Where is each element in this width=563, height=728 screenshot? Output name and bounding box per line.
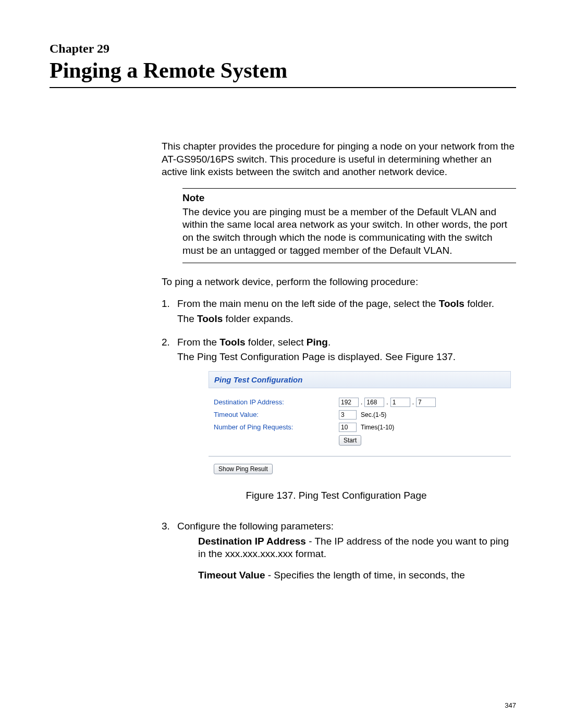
ip-dot: . [412, 399, 414, 407]
label-destination-ip: Destination IP Address: [214, 398, 339, 407]
param-label: Timeout Value [198, 570, 265, 581]
text: folder, select [246, 337, 307, 348]
text: The Ping Test Configuration Page is disp… [177, 351, 516, 364]
step-number: 3. [162, 520, 177, 590]
chapter-title: Pinging a Remote System [50, 58, 516, 83]
ping-config-figure: Ping Test Configuration Destination IP A… [209, 371, 511, 478]
row-show-result: Show Ping Result [209, 462, 511, 478]
row-ping-requests: Number of Ping Requests: Times(1-10) [214, 423, 506, 432]
text: folder. [464, 298, 494, 309]
procedure-intro: To ping a network device, perform the fo… [162, 276, 516, 289]
row-timeout: Timeout Value: Sec.(1-5) [214, 410, 506, 419]
note-box: Note The device you are pinging must be … [182, 188, 516, 263]
text: From the main menu on the left side of t… [177, 298, 439, 309]
title-rule [50, 87, 516, 88]
ping-requests-input[interactable] [339, 423, 357, 432]
list-item: 1. From the main menu on the left side o… [162, 298, 516, 327]
step-body: Configure the following parameters: Dest… [177, 520, 516, 590]
figure-divider [209, 456, 511, 456]
list-item: 3. Configure the following parameters: D… [162, 520, 516, 590]
text: . [328, 337, 331, 348]
ip-octet-2-input[interactable] [364, 398, 384, 407]
note-body: The device you are pinging must be a mem… [182, 206, 516, 257]
figure-body: Destination IP Address: . . . [209, 388, 511, 451]
text: folder expands. [223, 313, 293, 324]
chapter-label: Chapter 29 [50, 42, 516, 56]
ip-octet-3-input[interactable] [390, 398, 410, 407]
procedure-list: 1. From the main menu on the left side o… [162, 298, 516, 590]
label-ping-requests: Number of Ping Requests: [214, 423, 339, 432]
bold-text: Ping [307, 337, 328, 348]
timeout-unit: Sec.(1-5) [361, 411, 386, 419]
step-number: 2. [162, 336, 177, 512]
show-ping-result-button[interactable]: Show Ping Result [214, 464, 273, 474]
figure-caption: Figure 137. Ping Test Configuration Page [156, 489, 516, 502]
ip-input-group: . . . [339, 398, 436, 407]
row-start: Start [214, 435, 506, 446]
param-destination-ip: Destination IP Address - The IP address … [198, 535, 516, 561]
ip-dot: . [386, 399, 388, 407]
ip-octet-1-input[interactable] [339, 398, 359, 407]
step-body: From the main menu on the left side of t… [177, 298, 516, 327]
param-label: Destination IP Address [198, 536, 306, 547]
timeout-input[interactable] [339, 410, 357, 419]
param-text: - Specifies the length of time, in secon… [265, 570, 464, 581]
page-number: 347 [505, 701, 516, 709]
step-body: From the Tools folder, select Ping. The … [177, 336, 516, 512]
ip-dot: . [361, 399, 362, 407]
intro-paragraph: This chapter provides the procedure for … [162, 140, 516, 179]
body-column: This chapter provides the procedure for … [162, 140, 516, 590]
start-button[interactable]: Start [339, 435, 361, 446]
text: From the [177, 337, 219, 348]
text: Configure the following parameters: [177, 520, 516, 533]
step-number: 1. [162, 298, 177, 327]
list-item: 2. From the Tools folder, select Ping. T… [162, 336, 516, 512]
bold-text: Tools [197, 313, 223, 324]
param-timeout: Timeout Value - Specifies the length of … [198, 569, 516, 582]
figure-header: Ping Test Configuration [209, 371, 511, 389]
document-page: Chapter 29 Pinging a Remote System This … [0, 0, 563, 728]
bold-text: Tools [439, 298, 464, 309]
requests-unit: Times(1-10) [361, 424, 394, 432]
note-title: Note [182, 192, 516, 205]
parameter-descriptions: Destination IP Address - The IP address … [198, 535, 516, 582]
label-timeout: Timeout Value: [214, 411, 339, 419]
text: The [177, 313, 197, 324]
ip-octet-4-input[interactable] [416, 398, 436, 407]
row-destination-ip: Destination IP Address: . . . [214, 398, 506, 407]
bold-text: Tools [219, 337, 245, 348]
